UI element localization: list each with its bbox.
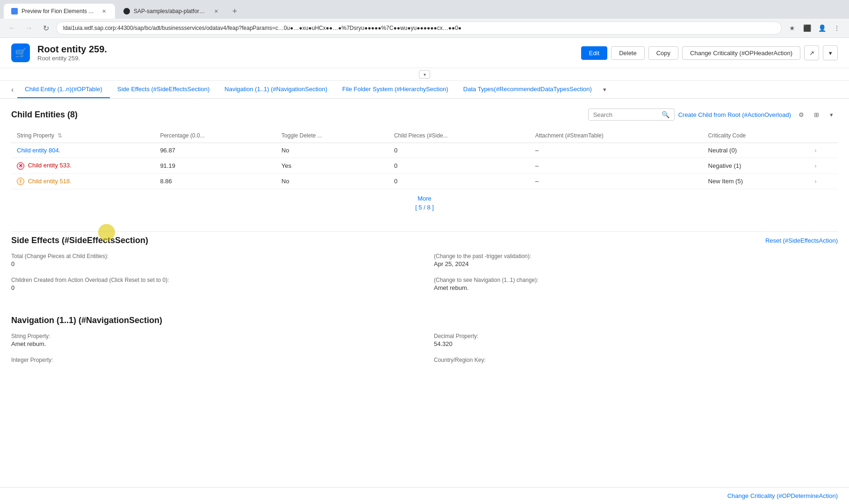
cell-child-pieces-1: 0: [389, 143, 530, 158]
error-badge-2: ✕: [17, 162, 24, 170]
address-text: ldai1uia.wdf.sap.corp:44300/sap/bc/adt/b…: [63, 25, 775, 31]
app-title-block: Root entity 259. Root entity 259.: [37, 44, 574, 62]
settings-icon[interactable]: ⚙: [795, 108, 808, 121]
side-effects-field-1: Total (Change Pieces at Child Entities):…: [11, 253, 415, 267]
reset-link[interactable]: Reset (#SideEffectsAction): [765, 237, 838, 244]
entity-link-2[interactable]: Child entity 533.: [28, 162, 72, 169]
tab-nav-navigation[interactable]: Navigation (1..1) (#NavigationSection): [217, 81, 335, 98]
table-row: ! Child entity 518. 8.86 No 0 – New Item…: [11, 173, 838, 189]
search-box[interactable]: 🔍: [588, 108, 675, 121]
tab-active[interactable]: Preview for Fion Elements App ✕: [4, 4, 115, 19]
cell-string-property-1: Child entity 804.: [11, 143, 154, 158]
app-title: Root entity 259.: [37, 44, 574, 55]
nav-icons: ★ ⬛ 👤 ⋮: [785, 22, 843, 35]
menu-icon[interactable]: ⋮: [830, 22, 843, 35]
side-effects-value-3: 0: [11, 284, 415, 291]
side-effects-label-1: Total (Change Pieces at Child Entities):: [11, 253, 415, 259]
app-logo: 🛒: [11, 43, 30, 62]
child-entities-table: String Property ⇅ Percentage (0.0... Tog…: [11, 129, 838, 189]
row-chevron-2[interactable]: ›: [814, 162, 816, 169]
cell-string-property-2: ✕ Child entity 533.: [11, 158, 154, 174]
app-content: 🛒 Root entity 259. Root entity 259. Edit…: [0, 38, 849, 504]
cell-criticality-3: New Item (5): [703, 173, 809, 189]
cell-criticality-2: Negative (1): [703, 158, 809, 174]
cell-attachment-1: –: [530, 143, 703, 158]
header-actions: Edit Delete Copy Change Criticality (#OP…: [581, 45, 838, 60]
col-percentage: Percentage (0.0...: [154, 129, 276, 143]
side-effects-label-4: (Change to see Navigation (1..1) change)…: [434, 277, 838, 283]
cell-toggle-3: No: [276, 173, 389, 189]
tab-favicon-1: [11, 8, 18, 14]
change-criticality-button[interactable]: Change Criticality (#OPHeaderAction): [682, 46, 800, 60]
tab-close-2[interactable]: ✕: [212, 7, 220, 15]
side-effects-field-2: (Change to the past -trigger validation)…: [434, 253, 838, 267]
cell-child-pieces-3: 0: [389, 173, 530, 189]
col-toggle-delete: Toggle Delete ...: [276, 129, 389, 143]
extensions-icon[interactable]: ⬛: [800, 22, 813, 35]
bottom-action-link[interactable]: Change Criticality (#OPDetermineAction): [727, 492, 838, 499]
table-row: ✕ Child entity 533. 91.19 Yes 0 – Negati…: [11, 158, 838, 174]
tab-nav-child-entity[interactable]: Child Entity (1..n)(#OPTable): [17, 81, 109, 98]
more-link[interactable]: More: [417, 195, 432, 202]
entity-link-1[interactable]: Child entity 804.: [17, 147, 60, 154]
nav-label-1: String Property:: [11, 333, 415, 339]
col-child-pieces: Child Pieces (#Side...: [389, 129, 530, 143]
bookmark-icon[interactable]: ★: [785, 22, 799, 35]
cell-child-pieces-2: 0: [389, 158, 530, 174]
back-button[interactable]: ←: [6, 22, 19, 35]
col-criticality-code: Criticality Code: [703, 129, 809, 143]
navigation-section: Navigation (1..1) (#NavigationSection) S…: [11, 316, 838, 374]
edit-button[interactable]: Edit: [581, 46, 607, 60]
reload-button[interactable]: ↻: [39, 22, 52, 35]
delete-button[interactable]: Delete: [611, 46, 645, 60]
grid-icon[interactable]: ⊞: [810, 108, 823, 121]
cell-toggle-2: Yes: [276, 158, 389, 174]
cell-chevron-1: ›: [809, 143, 838, 158]
tab-label-2: SAP-samples/abap-platform-fi...: [134, 8, 209, 14]
logo-icon: 🛒: [15, 47, 27, 58]
more-icon[interactable]: ▾: [825, 108, 838, 121]
collapse-bar: ▾: [0, 68, 849, 81]
cell-attachment-2: –: [530, 158, 703, 174]
warn-badge-3: !: [17, 178, 24, 185]
nav-value-1: Amet rebum.: [11, 340, 415, 347]
side-effects-value-4: Amet rebum.: [434, 284, 838, 291]
entity-link-3[interactable]: Child entity 518.: [28, 178, 72, 185]
side-effects-label-3: Children Created from Action Overload (C…: [11, 277, 415, 283]
sort-icon-string[interactable]: ⇅: [58, 132, 62, 139]
col-attachment: Attachment (#StreamTable): [530, 129, 703, 143]
tab-nav-back-button[interactable]: ‹: [7, 86, 17, 94]
side-effects-section: Side Effects (#SideEffectsSection) Reset…: [11, 231, 838, 301]
cell-attachment-3: –: [530, 173, 703, 189]
tab-nav-more-button[interactable]: ▾: [599, 81, 610, 98]
navigation-grid: String Property: Amet rebum. Decimal Pro…: [11, 333, 838, 374]
new-tab-button[interactable]: +: [228, 5, 241, 18]
tab-nav-data-types[interactable]: Data Types(#RecommendedDataTypesSection): [456, 81, 599, 98]
cell-string-property-3: ! Child entity 518.: [11, 173, 154, 189]
main-content: Child Entities (8) 🔍 Create Child from R…: [0, 99, 849, 383]
profile-icon[interactable]: 👤: [815, 22, 828, 35]
more-actions-icon[interactable]: ▾: [823, 45, 838, 60]
section-search-area: 🔍 Create Child from Root (#ActionOverloa…: [85, 108, 838, 121]
app-header: 🛒 Root entity 259. Root entity 259. Edit…: [0, 38, 849, 68]
copy-button[interactable]: Copy: [648, 46, 678, 60]
nav-bar: ← → ↻ ldai1uia.wdf.sap.corp:44300/sap/bc…: [0, 19, 849, 37]
row-chevron-1[interactable]: ›: [814, 147, 816, 154]
row-chevron-3[interactable]: ›: [814, 178, 816, 185]
bottom-action-bar: Change Criticality (#OPDetermineAction): [0, 487, 849, 504]
address-bar[interactable]: ldai1uia.wdf.sap.corp:44300/sap/bc/adt/b…: [56, 22, 782, 35]
tab-close-1[interactable]: ✕: [100, 7, 108, 15]
table-header: String Property ⇅ Percentage (0.0... Tog…: [11, 129, 838, 143]
tab-nav-side-effects[interactable]: Side Effects (#SideEffectsSection): [110, 81, 217, 98]
side-effects-value-1: 0: [11, 260, 415, 267]
forward-button[interactable]: →: [22, 22, 36, 35]
create-child-link[interactable]: Create Child from Root (#ActionOverload): [678, 111, 791, 118]
search-input[interactable]: [593, 111, 659, 118]
cell-percentage-2: 91.19: [154, 158, 276, 174]
collapse-button[interactable]: ▾: [419, 70, 430, 79]
tab-inactive[interactable]: SAP-samples/abap-platform-fi... ✕: [116, 4, 227, 19]
external-link-icon[interactable]: ↗: [804, 45, 819, 60]
nav-label-3: Integer Property:: [11, 357, 415, 363]
tab-nav-file-folder[interactable]: File Folder System (#HierarchySection): [335, 81, 456, 98]
cell-chevron-3: ›: [809, 173, 838, 189]
